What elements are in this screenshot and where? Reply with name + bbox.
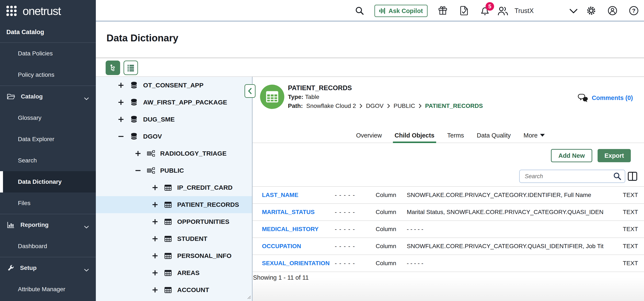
sidebar-item-data-policies[interactable]: Data Policies xyxy=(0,43,96,64)
column-settings-button[interactable] xyxy=(628,171,638,182)
expand-plus-icon[interactable] xyxy=(151,253,159,259)
tree-node-patient-records[interactable]: PATIENT_RECORDS xyxy=(96,196,252,213)
gear-icon xyxy=(586,6,596,16)
data-type-cell: TEXT xyxy=(623,209,638,215)
tree-node-areas[interactable]: AREAS xyxy=(96,264,252,281)
chevron-left-icon xyxy=(248,88,252,94)
table-icon xyxy=(266,91,278,103)
tree-node-student[interactable]: STUDENT xyxy=(96,230,252,247)
table-icon xyxy=(163,201,173,208)
comments-link[interactable]: Comments (0) xyxy=(577,94,633,102)
pagination-summary: Showing 1 - 11 of 11 xyxy=(253,274,309,281)
expand-plus-icon[interactable] xyxy=(151,287,159,293)
tree-node-aw-first-app-package[interactable]: AW_FIRST_APP_PACKAGE xyxy=(96,94,252,111)
tree-node-opportunities[interactable]: OPPORTUNITIES xyxy=(96,213,252,230)
table-search xyxy=(519,170,625,183)
tree-node-dgov[interactable]: DGOV xyxy=(96,128,252,145)
description-cell: SNOWFLAKE.CORE.PRIVACY_CATEGORY.QUASI_ID… xyxy=(407,243,604,250)
tree-node-ip-credit-card[interactable]: IP_CREDIT_CARD xyxy=(96,179,252,196)
table-icon xyxy=(163,235,173,242)
column-name-link[interactable]: LAST_NAME xyxy=(262,192,298,198)
expand-plus-icon[interactable] xyxy=(151,185,159,191)
collapse-minus-icon[interactable] xyxy=(117,133,125,139)
sidebar-group-reporting[interactable]: Reporting xyxy=(0,214,96,235)
expand-plus-icon[interactable] xyxy=(151,202,159,208)
delegates-button[interactable] xyxy=(498,6,508,16)
export-button[interactable]: Export xyxy=(598,149,631,162)
column-name-link[interactable]: MEDICAL_HISTORY xyxy=(262,226,318,233)
ask-copilot-button[interactable]: Ask Copilot xyxy=(374,5,428,17)
comments-label: Comments (0) xyxy=(592,94,633,102)
sidebar-item-data-explorer[interactable]: Data Explorer xyxy=(0,129,96,150)
list-view-button[interactable] xyxy=(124,61,138,75)
tab-child-objects[interactable]: Child Objects xyxy=(393,128,436,143)
chevron-down-icon xyxy=(84,95,89,102)
breadcrumb-item[interactable]: Snowflake Cloud 2 xyxy=(306,103,356,109)
expand-plus-icon[interactable] xyxy=(134,151,142,156)
notification-badge: 5 xyxy=(486,2,494,11)
sidebar-item-glossary[interactable]: Glossary xyxy=(0,107,96,129)
tab-more[interactable]: More xyxy=(522,128,546,143)
object-type-cell: Column xyxy=(376,260,396,267)
tree-node-public[interactable]: PUBLIC xyxy=(96,162,252,179)
collapse-minus-icon[interactable] xyxy=(134,168,142,174)
search-input[interactable] xyxy=(519,170,625,183)
usage-cell: - - - - - xyxy=(335,209,355,215)
column-name-link[interactable]: SEXUAL_ORIENTATION xyxy=(262,260,330,267)
sidebar-header: Data Catalog xyxy=(0,22,96,43)
search-icon[interactable] xyxy=(355,6,364,16)
database-icon xyxy=(129,98,139,106)
expand-plus-icon[interactable] xyxy=(151,236,159,242)
sidebar-item-files[interactable]: Files xyxy=(0,192,96,214)
tab-overview[interactable]: Overview xyxy=(354,128,384,143)
help-button[interactable]: ? xyxy=(629,6,639,16)
tree-node-dug-sme[interactable]: DUG_SME xyxy=(96,111,252,128)
waffle-icon[interactable] xyxy=(6,6,16,16)
sidebar-item-dashboard[interactable]: Dashboard xyxy=(0,235,96,257)
expand-plus-icon[interactable] xyxy=(117,82,125,88)
column-name-link[interactable]: MARITAL_STATUS xyxy=(262,209,314,215)
page-header: Data Dictionary xyxy=(96,22,644,58)
table-icon xyxy=(163,252,173,259)
sidebar-item-attribute-manager[interactable]: Attribute Manager xyxy=(0,279,96,300)
usage-cell: - - - - - xyxy=(335,260,355,267)
tree-node-radiology-triage[interactable]: RADIOLOGY_TRIAGE xyxy=(96,145,252,162)
add-new-button[interactable]: Add New xyxy=(551,149,592,162)
breadcrumb-item[interactable]: DGOV xyxy=(366,103,383,109)
tenant-name[interactable]: TrustX xyxy=(514,0,534,22)
sidebar-group-catalog[interactable]: Catalog xyxy=(0,86,96,107)
tree-node-account[interactable]: ACCOUNT xyxy=(96,281,252,298)
view-toolbar xyxy=(96,59,644,77)
breadcrumb-item[interactable]: PUBLIC xyxy=(394,103,415,109)
table-row: LAST_NAME - - - - - Column SNOWFLAKE.COR… xyxy=(252,186,644,203)
table-row: SEXUAL_ORIENTATION - - - - - Column - - … xyxy=(252,254,644,271)
tasks-button[interactable] xyxy=(460,6,468,16)
tab-terms[interactable]: Terms xyxy=(446,128,466,143)
search-icon[interactable] xyxy=(613,172,622,182)
rewards-button[interactable] xyxy=(438,6,448,15)
child-objects-table: LAST_NAME - - - - - Column SNOWFLAKE.COR… xyxy=(252,186,644,272)
expand-plus-icon[interactable] xyxy=(117,116,125,122)
expand-plus-icon[interactable] xyxy=(117,99,125,105)
sidebar-group-setup[interactable]: Setup xyxy=(0,257,96,279)
expand-plus-icon[interactable] xyxy=(151,270,159,276)
tree-view-button[interactable] xyxy=(106,61,120,75)
tree-node-ot-consent-app[interactable]: OT_CONSENT_APP xyxy=(96,77,252,94)
settings-button[interactable] xyxy=(586,6,596,16)
collapse-panel-button[interactable] xyxy=(244,84,256,98)
sidebar-item-policy-actions[interactable]: Policy actions xyxy=(0,64,96,86)
expand-plus-icon[interactable] xyxy=(151,219,159,225)
sidebar-item-data-dictionary[interactable]: Data Dictionary xyxy=(0,171,96,192)
tree-node-personal-info[interactable]: PERSONAL_INFO xyxy=(96,247,252,264)
sidebar-item-search[interactable]: Search xyxy=(0,150,96,171)
notifications-button[interactable]: 5 xyxy=(480,5,491,18)
column-name-link[interactable]: OCCUPATION xyxy=(262,243,301,250)
panel-resize-handle[interactable] xyxy=(246,294,251,300)
tab-data-quality[interactable]: Data Quality xyxy=(475,128,512,143)
description-cell: - - - - - xyxy=(407,226,604,233)
bar-chart-icon xyxy=(7,221,15,228)
table-row: MEDICAL_HISTORY - - - - - Column - - - -… xyxy=(252,220,644,237)
wrench-icon xyxy=(7,264,14,272)
nav-chevron-button[interactable] xyxy=(569,9,578,15)
account-button[interactable] xyxy=(607,6,618,16)
